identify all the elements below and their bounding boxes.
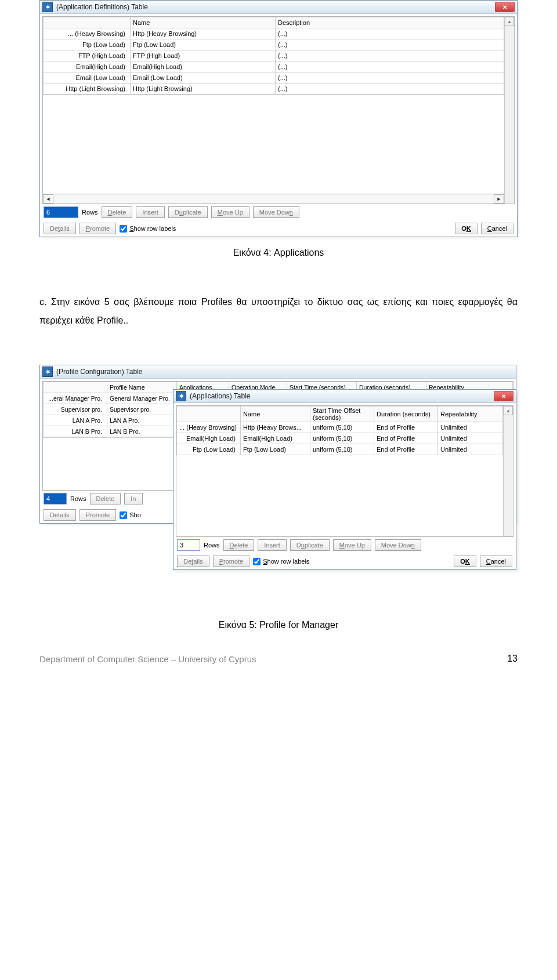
- rows-input[interactable]: [44, 206, 78, 218]
- applications-table[interactable]: Name Start Time Offset (seconds) Duratio…: [176, 406, 503, 455]
- duplicate-button[interactable]: Duplicate: [290, 539, 330, 551]
- app-icon: ✶: [176, 391, 186, 401]
- promote-button[interactable]: Promote: [213, 556, 250, 567]
- cancel-button[interactable]: Cancel: [480, 556, 512, 567]
- scroll-up-icon[interactable]: ▲: [505, 17, 514, 26]
- moveup-button[interactable]: Move Up: [211, 206, 249, 218]
- moveup-button[interactable]: Move Up: [333, 539, 371, 551]
- movedown-button[interactable]: Move Down: [375, 539, 421, 551]
- app-definitions-dialog: ✶ (Application Definitions) Table ✕ Name…: [39, 0, 518, 237]
- page-number: 13: [507, 654, 518, 664]
- titlebar[interactable]: ✶ (Application Definitions) Table ✕: [40, 1, 517, 14]
- titlebar[interactable]: ✶ (Applications) Table ✕: [173, 390, 516, 403]
- insert-button[interactable]: In: [124, 493, 142, 504]
- show-row-labels-checkbox[interactable]: Sho: [120, 511, 141, 519]
- vertical-scrollbar[interactable]: ▲: [503, 406, 513, 536]
- footer-dept: Department of Computer Science – Univers…: [39, 654, 256, 664]
- dialog-title: (Applications) Table: [190, 392, 251, 400]
- col-name[interactable]: Name: [241, 406, 310, 422]
- rows-input[interactable]: [44, 493, 67, 504]
- ok-button[interactable]: OK: [454, 556, 476, 567]
- promote-button[interactable]: Promote: [79, 223, 117, 234]
- details-button[interactable]: Details: [177, 556, 209, 567]
- insert-button[interactable]: Insert: [136, 206, 165, 218]
- movedown-button[interactable]: Move Down: [253, 206, 299, 218]
- delete-button[interactable]: Delete: [90, 493, 121, 504]
- duplicate-button[interactable]: Duplicate: [168, 206, 208, 218]
- app-icon: ✶: [42, 2, 53, 12]
- col-repeat[interactable]: Repeatability: [438, 406, 503, 422]
- applications-table-dialog: ✶ (Applications) Table ✕ Name Sta: [173, 389, 516, 570]
- rows-label: Rows: [82, 209, 98, 216]
- horizontal-scrollbar[interactable]: ◄ ►: [43, 194, 504, 204]
- cancel-button[interactable]: Cancel: [481, 223, 513, 234]
- rows-label: Rows: [70, 495, 86, 502]
- delete-button[interactable]: Delete: [223, 539, 255, 551]
- delete-button[interactable]: Delete: [102, 206, 133, 218]
- show-row-labels-checkbox[interactable]: Show row labels: [120, 225, 176, 233]
- ok-button[interactable]: OK: [455, 223, 478, 234]
- col-duration[interactable]: Duration (seconds): [374, 406, 438, 422]
- vertical-scrollbar[interactable]: ▲: [504, 17, 514, 204]
- table-row[interactable]: Ftp (Low Load)Ftp (Low Load)(...): [44, 39, 504, 50]
- details-button[interactable]: Details: [44, 509, 76, 521]
- promote-button[interactable]: Promote: [79, 509, 117, 521]
- body-paragraph: c. Στην εικόνα 5 σας βλέπουμε ποια Profi…: [39, 293, 518, 330]
- close-icon[interactable]: ✕: [494, 391, 513, 401]
- col-start[interactable]: Start Time Offset (seconds): [310, 406, 374, 422]
- table-row[interactable]: Email(High Load)Email(High Load)uniform …: [177, 433, 503, 444]
- rows-label: Rows: [204, 542, 220, 549]
- details-button[interactable]: Details: [44, 223, 76, 234]
- figure-caption-2: Εικόνα 5: Profile for Manager: [39, 620, 518, 630]
- table-row[interactable]: FTP (High Load)FTP (High Load)(...): [44, 50, 504, 61]
- table-row[interactable]: Ftp (Low Load)Ftp (Low Load)uniform (5,1…: [177, 444, 503, 455]
- table-row[interactable]: Email (Low Load)Email (Low Load)(...): [44, 72, 504, 84]
- app-def-table[interactable]: Name Description ... (Heavy Browsing)Htt…: [43, 17, 504, 95]
- col-profile-name[interactable]: Profile Name: [107, 382, 177, 393]
- app-icon: ✶: [42, 366, 53, 377]
- close-icon[interactable]: ✕: [495, 2, 515, 12]
- table-row[interactable]: Email(High Load)Email(High Load)(...): [44, 61, 504, 72]
- scroll-right-icon[interactable]: ►: [494, 194, 504, 204]
- page-footer: Department of Computer Science – Univers…: [39, 654, 518, 676]
- figure-caption-1: Εικόνα 4: Applications: [39, 248, 518, 258]
- table-row[interactable]: ... (Heavy Browsing)Http (Heavy Brows...…: [177, 422, 503, 433]
- titlebar[interactable]: ✶ (Profile Configuration) Table: [40, 365, 516, 379]
- dialog-title: (Application Definitions) Table: [56, 3, 148, 11]
- rows-input[interactable]: [177, 539, 200, 551]
- table-row[interactable]: Http (Light Browsing)Http (Light Browsin…: [44, 84, 504, 95]
- show-row-labels-checkbox[interactable]: Show row labels: [253, 558, 309, 565]
- col-desc[interactable]: Description: [276, 17, 504, 28]
- col-name[interactable]: Name: [131, 17, 276, 28]
- insert-button[interactable]: Insert: [258, 539, 287, 551]
- scroll-up-icon[interactable]: ▲: [504, 406, 513, 415]
- table-row[interactable]: ... (Heavy Browsing)Http (Heavy Browsing…: [44, 28, 504, 39]
- dialog-title: (Profile Configuration) Table: [56, 368, 143, 376]
- scroll-left-icon[interactable]: ◄: [43, 194, 53, 204]
